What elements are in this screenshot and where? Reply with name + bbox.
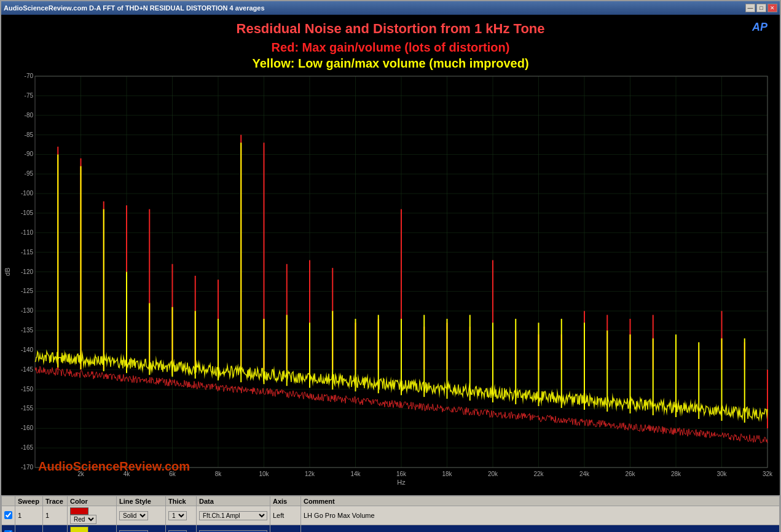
col-sweep: Sweep xyxy=(15,496,43,506)
col-comment: Comment xyxy=(301,496,780,506)
trace-checkbox[interactable] xyxy=(4,511,12,519)
thick-select[interactable]: 1 xyxy=(168,530,187,532)
title-bar: AudioScienceReview.com D-A FFT of THD+N … xyxy=(1,1,780,15)
col-thick: Thick xyxy=(166,496,197,506)
col-axis: Axis xyxy=(270,496,301,506)
col-linestyle: Line Style xyxy=(117,496,166,506)
linestyle-select[interactable]: Solid xyxy=(119,530,148,532)
table-row[interactable]: 2 1 Yellow Solid 1 Fft.Ch.1 Ampl xyxy=(2,525,780,532)
comment-cell: LH Go Pro Max Volume xyxy=(301,506,780,525)
thick-select[interactable]: 1 xyxy=(168,511,187,520)
color-cell[interactable]: Yellow xyxy=(68,525,117,532)
linestyle-cell[interactable]: Solid xyxy=(117,506,166,525)
table-row[interactable]: 1 1 Red Solid 1 Fft.Ch.1 Ampl xyxy=(2,506,780,525)
sweep-cell: 2 xyxy=(15,525,43,532)
comment-cell: LH Go Pro Max - 1 volume xyxy=(301,525,780,532)
sweep-cell: 1 xyxy=(15,506,43,525)
thick-cell[interactable]: 1 xyxy=(166,506,197,525)
maximize-button[interactable]: □ xyxy=(756,4,766,12)
data-select[interactable]: Fft.Ch.1 Ampl xyxy=(199,511,267,520)
minimize-button[interactable]: — xyxy=(745,4,755,12)
data-select[interactable]: Fft.Ch.1 Ampl xyxy=(199,530,267,532)
close-button[interactable]: ✕ xyxy=(767,4,777,12)
watermark: AudioScienceReview.com xyxy=(38,460,190,474)
trace-cell: 1 xyxy=(43,525,68,532)
color-swatch xyxy=(70,526,88,532)
col-check xyxy=(2,496,15,506)
axis-cell: Left xyxy=(270,506,301,525)
data-cell[interactable]: Fft.Ch.1 Ampl xyxy=(197,506,270,525)
window-title: AudioScienceReview.com D-A FFT of THD+N … xyxy=(4,4,265,12)
axis-cell: Left xyxy=(270,525,301,532)
data-cell[interactable]: Fft.Ch.1 Ampl xyxy=(197,525,270,532)
linestyle-cell[interactable]: Solid xyxy=(117,525,166,532)
col-trace: Trace xyxy=(43,496,68,506)
row-checkbox[interactable] xyxy=(2,506,15,525)
color-cell[interactable]: Red xyxy=(68,506,117,525)
chart-canvas xyxy=(1,15,780,495)
col-data: Data xyxy=(197,496,270,506)
thick-cell[interactable]: 1 xyxy=(166,525,197,532)
chart-title: Resdidual Noise and Distortion from 1 kH… xyxy=(237,21,545,37)
main-window: AudioScienceReview.com D-A FFT of THD+N … xyxy=(0,0,781,532)
chart-subtitle-yellow: Yellow: Low gain/max volume (much improv… xyxy=(252,57,528,71)
bottom-panel: Sweep Trace Color Line Style Thick Data … xyxy=(1,495,780,531)
linestyle-select[interactable]: Solid xyxy=(119,511,148,520)
ap-logo: AP xyxy=(752,21,767,34)
trace-checkbox[interactable] xyxy=(4,530,12,532)
row-checkbox[interactable] xyxy=(2,525,15,532)
chart-subtitle-red: Red: Max gain/volume (lots of distortion… xyxy=(272,41,510,55)
color-swatch xyxy=(70,507,88,515)
trace-cell: 1 xyxy=(43,506,68,525)
color-select[interactable]: Red xyxy=(70,515,96,524)
window-controls: — □ ✕ xyxy=(745,4,777,12)
col-color: Color xyxy=(68,496,117,506)
chart-area: Resdidual Noise and Distortion from 1 kH… xyxy=(1,15,780,495)
trace-table: Sweep Trace Color Line Style Thick Data … xyxy=(1,496,780,532)
